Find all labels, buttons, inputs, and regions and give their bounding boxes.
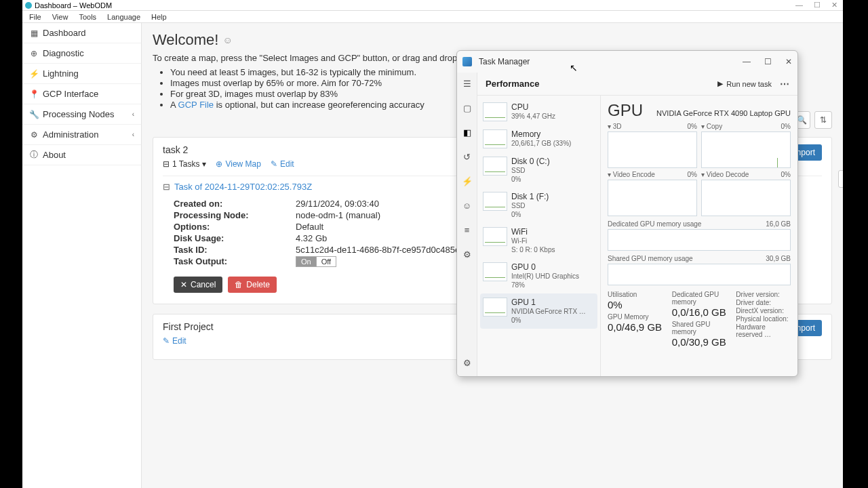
sidebar-item-label: Dashboard (43, 28, 86, 38)
minimize-icon[interactable]: — (795, 1, 803, 9)
tm-nav-rail: ☰ ▢ ◧ ↺ ⚡ ☺ ≡ ⚙ ⚙ (457, 73, 477, 376)
view-map-link[interactable]: ⊕ View Map (216, 159, 260, 169)
history-icon[interactable]: ↺ (460, 150, 474, 163)
dashboard-icon: ▦ (29, 28, 39, 38)
tm-header: Performance ▶ Run new task ⋯ (477, 73, 797, 96)
close-icon[interactable]: ✕ (785, 57, 792, 66)
gpu-name: NVIDIA GeForce RTX 4090 Laptop GPU (656, 109, 791, 117)
menu-language[interactable]: Language (102, 13, 146, 21)
graph-shared-mem (608, 264, 791, 285)
tm-resource-list: CPU39% 4,47 GHz Memory20,6/61,7 GB (33%)… (477, 96, 601, 376)
delete-button[interactable]: 🗑 Delete (228, 277, 277, 293)
sidebar: ▦Dashboard ⊕Diagnostic ⚡Lightning 📍GCP I… (22, 23, 142, 488)
tasks-toggle[interactable]: ⊟ 1 Tasks ▾ (163, 159, 206, 169)
tm-stats: Utilisation0%GPU Memory0,0/46,9 GB Dedic… (608, 291, 791, 348)
menu-tools[interactable]: Tools (73, 13, 102, 21)
sidebar-item-about[interactable]: ⓘAbout (22, 145, 141, 165)
tm-title-text: Task Manager (479, 57, 530, 66)
spark-icon (483, 192, 507, 211)
spark-icon (483, 129, 507, 148)
tm-titlebar[interactable]: Task Manager — ☐ ✕ (457, 51, 797, 73)
project-more-button[interactable]: ⋯ (838, 170, 843, 188)
gcp-file-link[interactable]: GCP File (178, 100, 214, 110)
tm-detail-pane: GPU NVIDIA GeForce RTX 4090 Laptop GPU ▾… (601, 96, 797, 376)
maximize-icon[interactable]: ☐ (814, 1, 821, 9)
graph-video-decode: ▾ Video Decode0% (701, 171, 791, 216)
output-toggle[interactable]: On Off (296, 256, 336, 267)
app-icon (25, 2, 32, 9)
performance-icon[interactable]: ◧ (460, 125, 474, 139)
tm-item-gpu0[interactable]: GPU 0Intel(R) UHD Graphics78% (480, 258, 597, 293)
hamburger-icon[interactable]: ☰ (460, 77, 474, 90)
close-icon[interactable]: ✕ (831, 1, 837, 9)
collapse-icon: ⊟ (163, 182, 170, 192)
tm-content: Performance ▶ Run new task ⋯ CPU39% 4,47… (477, 73, 797, 376)
spark-icon (483, 102, 507, 121)
minimize-icon[interactable]: — (743, 57, 751, 66)
more-icon[interactable]: ⋯ (780, 79, 789, 89)
run-new-task-button[interactable]: ▶ Run new task (717, 79, 772, 88)
processes-icon[interactable]: ▢ (460, 101, 474, 115)
sidebar-item-label: Processing Nodes (43, 109, 115, 119)
gpu-heading: GPU (608, 101, 643, 120)
sidebar-item-gcp[interactable]: 📍GCP Interface (22, 84, 141, 104)
menu-help[interactable]: Help (146, 13, 172, 21)
menu-file[interactable]: File (24, 13, 47, 21)
smile-icon: ☺ (222, 35, 232, 45)
settings-icon[interactable]: ⚙ (460, 356, 474, 369)
cancel-button[interactable]: ✕ Cancel (174, 277, 222, 293)
tm-body: ☰ ▢ ◧ ↺ ⚡ ☺ ≡ ⚙ ⚙ Performance ▶ Run new … (457, 73, 797, 376)
chevron-left-icon: ‹ (132, 131, 134, 138)
graph-dedicated-mem (608, 229, 791, 251)
sidebar-item-label: About (43, 150, 66, 160)
sidebar-item-administration[interactable]: ⚙Administration‹ (22, 125, 141, 145)
spark-icon (483, 227, 507, 246)
users-icon[interactable]: ☺ (460, 199, 474, 212)
lightning-icon: ⚡ (29, 69, 39, 79)
chevron-left-icon: ‹ (132, 110, 134, 118)
tm-tab-title: Performance (486, 79, 539, 89)
tm-item-cpu[interactable]: CPU39% 4,47 GHz (480, 98, 597, 125)
maximize-icon[interactable]: ☐ (764, 57, 772, 66)
spark-icon (483, 298, 507, 317)
info-icon: ⓘ (29, 149, 39, 161)
edit-link[interactable]: ✎ Edit (271, 159, 294, 169)
task-manager-window: Task Manager — ☐ ✕ ☰ ▢ ◧ ↺ ⚡ ☺ ≡ ⚙ ⚙ Per… (456, 50, 798, 377)
gpu-info: Driver version: Driver date: DirectX ver… (736, 291, 791, 348)
sidebar-item-dashboard[interactable]: ▦Dashboard (22, 23, 141, 43)
pin-icon: 📍 (29, 89, 39, 99)
menu-view[interactable]: View (47, 13, 74, 21)
sidebar-item-label: Diagnostic (43, 48, 84, 58)
tm-item-memory[interactable]: Memory20,6/61,7 GB (33%) (480, 125, 597, 152)
diagnostic-icon: ⊕ (29, 49, 39, 58)
tm-window-controls: — ☐ ✕ (743, 57, 792, 66)
gears-icon: ⚙ (29, 130, 39, 140)
sidebar-item-label: GCP Interface (43, 89, 98, 99)
window-controls: — ☐ ✕ (795, 1, 840, 9)
graph-copy: ▾ Copy0% (701, 123, 791, 168)
tm-item-gpu1[interactable]: GPU 1NVIDIA GeForce RTX …0% (480, 293, 597, 329)
tm-item-disk0[interactable]: Disk 0 (C:)SSD0% (480, 152, 597, 188)
tm-performance-pane: CPU39% 4,47 GHz Memory20,6/61,7 GB (33%)… (477, 96, 797, 376)
sidebar-item-lightning[interactable]: ⚡Lightning (22, 64, 141, 84)
graph-video-encode: ▾ Video Encode0% (608, 171, 697, 216)
titlebar: Dashboard – WebODM — ☐ ✕ (22, 0, 843, 11)
graph-3d: ▾ 3D0% (608, 123, 697, 168)
services-icon[interactable]: ⚙ (460, 247, 474, 261)
tm-item-wifi[interactable]: WiFiWi-FiS: 0 R: 0 Kbps (480, 223, 597, 258)
menubar: File View Tools Language Help (22, 11, 843, 23)
tm-item-disk1[interactable]: Disk 1 (F:)SSD0% (480, 188, 597, 223)
page-title: Welcome! ☺ (153, 31, 832, 49)
sidebar-item-diagnostic[interactable]: ⊕Diagnostic (22, 43, 141, 64)
sidebar-item-label: Lightning (43, 68, 79, 79)
spark-icon (483, 157, 507, 176)
wrench-icon: 🔧 (29, 110, 39, 119)
sort-button[interactable]: ⇅ (814, 111, 832, 129)
edit-link[interactable]: ✎ Edit (163, 336, 186, 346)
task-manager-icon (462, 57, 472, 66)
sidebar-item-processing-nodes[interactable]: 🔧Processing Nodes‹ (22, 104, 141, 125)
details-icon[interactable]: ≡ (460, 223, 474, 237)
sidebar-item-label: Administration (43, 129, 98, 140)
window-title: Dashboard – WebODM (35, 1, 112, 9)
startup-icon[interactable]: ⚡ (460, 174, 474, 188)
